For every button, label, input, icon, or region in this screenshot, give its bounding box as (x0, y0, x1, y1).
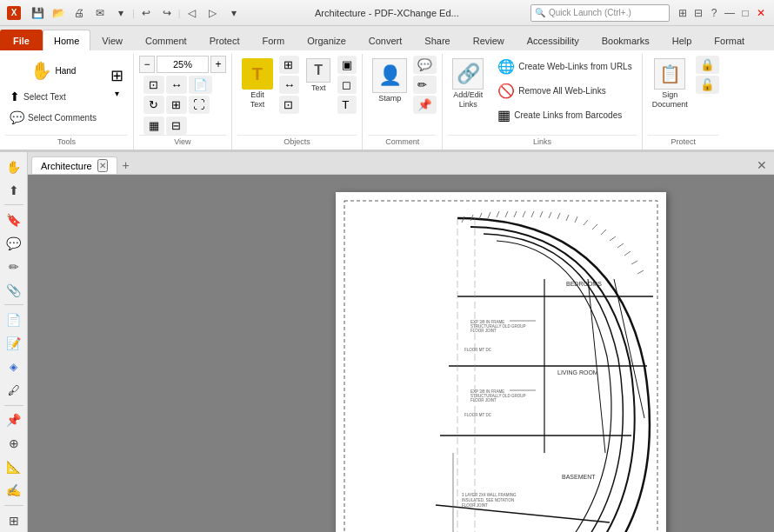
tab-organize[interactable]: Organize (296, 30, 357, 50)
comment-lt-button[interactable]: 💬 (3, 232, 25, 254)
tab-convert[interactable]: Convert (357, 30, 414, 50)
redo-button[interactable]: ↪ (157, 3, 177, 23)
tab-view[interactable]: View (90, 30, 134, 50)
measure-lt-button[interactable]: 📐 (3, 456, 25, 478)
tab-protect[interactable]: Protect (198, 30, 251, 50)
comment-tool3[interactable]: 📌 (413, 96, 437, 114)
quick-launch-search[interactable]: 🔍 Quick Launch (Ctrl+.) (530, 4, 670, 22)
protect-tool2[interactable]: 🔓 (696, 76, 719, 94)
select-comments-icon: 💬 (10, 110, 24, 124)
window-minimize[interactable]: — (724, 7, 736, 19)
comment-group-label: Comment (368, 135, 437, 148)
object-button3[interactable]: ⊡ (279, 96, 299, 114)
zoom-value-display[interactable]: 25% (157, 56, 209, 73)
comment-tool2[interactable]: ✏ (413, 76, 437, 94)
forward-button[interactable]: ▷ (204, 3, 223, 23)
window-maximize[interactable]: □ (739, 7, 751, 19)
fit-width-button[interactable]: ↔ (166, 76, 187, 94)
attach-lt-button[interactable]: 📎 (3, 279, 25, 301)
form-lt-button[interactable]: 📝 (3, 332, 25, 354)
sign-lt-button[interactable]: ✍ (3, 480, 25, 502)
tab-accessibility[interactable]: Accessibility (516, 30, 591, 50)
highlight-lt-button[interactable]: ✏ (3, 256, 25, 277)
hand-lt-button[interactable]: ✋ (3, 156, 25, 177)
create-web-links-button[interactable]: 🌐 Create Web-Links from URLs (493, 56, 636, 77)
more-options-button[interactable]: ⊞ (677, 7, 689, 19)
sign-document-button[interactable]: 📋 Sign Sign Document Document (648, 56, 692, 111)
obj-tool1[interactable]: ▣ (337, 56, 357, 74)
crosshair-lt-button[interactable]: ⊕ (3, 433, 25, 455)
minimize-button[interactable]: ⊟ (692, 7, 704, 19)
quick-access-toolbar: 💾 📂 🖨 ✉ ▾ | ↩ ↪ | ◁ ▷ ▾ (28, 3, 244, 23)
app-icon: X (7, 6, 21, 20)
rotate-button[interactable]: ↻ (143, 96, 164, 114)
hand-tool-button[interactable]: ✋ Hand (5, 56, 101, 85)
email-button[interactable]: ✉ (90, 3, 110, 23)
back-button[interactable]: ◁ (183, 3, 202, 23)
architecture-tab[interactable]: Architecture ✕ (31, 156, 117, 174)
tab-bookmarks[interactable]: Bookmarks (591, 30, 661, 50)
tab-share[interactable]: Share (413, 30, 461, 50)
create-barcode-links-button[interactable]: ▦ Create Links from Barcodes (493, 104, 636, 126)
edit-text-button[interactable]: T Edit Text (237, 56, 277, 111)
save-button[interactable]: 💾 (28, 3, 47, 23)
pdf-page: BEDROOMS LIVING ROOM BASEMENT 3 LAYER 2X… (336, 192, 666, 532)
select-text-icon: ⬆ (10, 90, 20, 103)
open-button[interactable]: 📂 (49, 3, 68, 23)
select-text-button[interactable]: ⬆ Select Text (5, 87, 101, 106)
zoom-in-button[interactable]: + (210, 56, 226, 73)
object-button1[interactable]: ⊞ (279, 56, 299, 74)
ribbon-tabs: File Home View Comment Protect Form Orga… (0, 26, 774, 50)
tab-format[interactable]: Format (703, 30, 756, 50)
print-button[interactable]: 🖨 (70, 3, 89, 23)
zoom-out-button[interactable]: − (139, 56, 155, 73)
two-page-button[interactable]: ⊞ (166, 96, 187, 114)
tab-close-button[interactable]: ✕ (97, 159, 108, 172)
stamp-button[interactable]: 👤 Stamp (368, 56, 411, 105)
tab-file[interactable]: File (0, 30, 43, 50)
grid-button[interactable]: ▦ (143, 116, 164, 135)
comment-tool1[interactable]: 💬 (413, 56, 437, 74)
toolbar-separator-1 (4, 204, 23, 205)
tab-comment[interactable]: Comment (134, 30, 198, 50)
dropdown-button[interactable]: ▾ (111, 3, 130, 23)
object-button2[interactable]: ↔ (279, 76, 299, 94)
select-lt-button[interactable]: ⬆ (3, 179, 25, 201)
tab-form[interactable]: Form (251, 30, 297, 50)
split-button[interactable]: ⊟ (166, 116, 187, 135)
tab-home[interactable]: Home (43, 30, 90, 50)
new-tab-button[interactable]: + (117, 156, 135, 174)
remove-web-links-button[interactable]: 🚫 Remove All Web-Links (493, 80, 636, 102)
svg-text:FLOOR JOINT: FLOOR JOINT (470, 329, 497, 333)
protect-tool1[interactable]: 🔒 (696, 56, 719, 74)
tools-dropdown[interactable]: ⊞ ▾ (106, 56, 128, 108)
obj-tool3[interactable]: T (337, 96, 357, 114)
document-tab-bar: Architecture ✕ + ✕ (28, 152, 774, 175)
pin-lt-button[interactable]: 📌 (3, 409, 25, 431)
text-button[interactable]: T Text (301, 56, 336, 95)
select-comments-button[interactable]: 💬 Select Comments (5, 108, 101, 127)
full-screen-button[interactable]: ⛶ (189, 96, 210, 114)
window-close[interactable]: ✕ (755, 7, 767, 19)
layer-lt-button[interactable]: ◈ (3, 356, 25, 378)
nav-dropdown-button[interactable]: ▾ (224, 3, 244, 23)
comment-group: 👤 Stamp 💬 ✏ 📌 Comment (363, 54, 443, 150)
undo-button[interactable]: ↩ (137, 3, 156, 23)
add-edit-links-button[interactable]: 🔗 Add/Edit Links (448, 56, 488, 111)
page-lt-button[interactable]: 📄 (3, 309, 25, 330)
svg-text:LIVING ROOM: LIVING ROOM (557, 369, 598, 376)
help-icon-button[interactable]: ? (708, 7, 720, 19)
obj-tool2[interactable]: ◻ (337, 76, 357, 94)
fit-page-button[interactable]: ⊡ (143, 76, 164, 94)
page-view-button[interactable]: 📄 (189, 76, 212, 94)
svg-rect-0 (336, 192, 666, 532)
grid-lt-button[interactable]: ⊞ (3, 509, 25, 531)
bookmark-lt-button[interactable]: 🔖 (3, 209, 25, 230)
tab-help[interactable]: Help (661, 30, 704, 50)
barcode-icon: ▦ (497, 107, 510, 123)
stamp-lt-button[interactable]: 🖋 (3, 380, 25, 402)
links-group-label: Links (448, 135, 636, 148)
document-area[interactable]: BEDROOMS LIVING ROOM BASEMENT 3 LAYER 2X… (28, 175, 774, 532)
tab-review[interactable]: Review (462, 30, 516, 50)
close-panel-button[interactable]: ✕ (753, 156, 771, 174)
